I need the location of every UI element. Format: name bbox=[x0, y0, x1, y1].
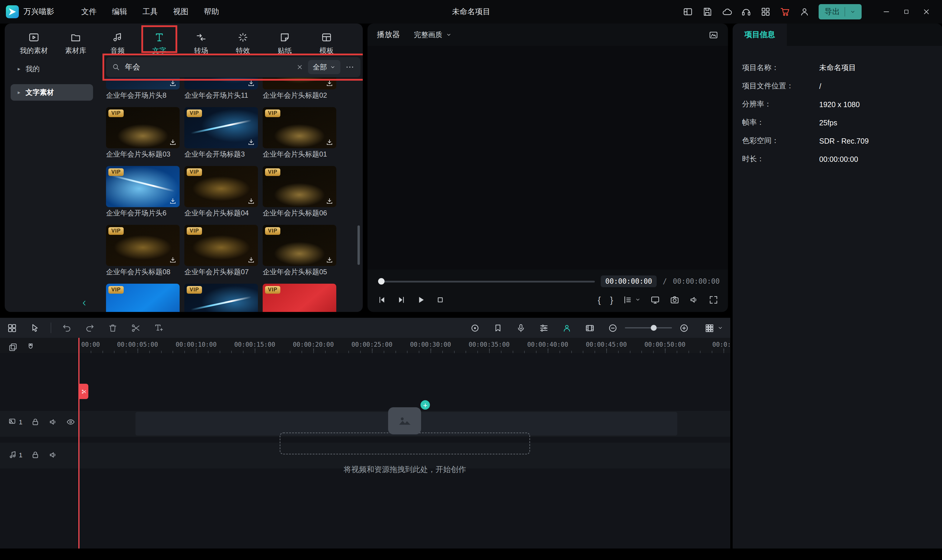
template-card[interactable]: VIP企业年会片头标题04 bbox=[184, 166, 258, 225]
split-scissors-icon[interactable] bbox=[131, 323, 141, 333]
collapse-panel-icon[interactable] bbox=[79, 298, 89, 308]
download-icon[interactable] bbox=[326, 197, 333, 205]
download-icon[interactable] bbox=[326, 80, 333, 87]
download-icon[interactable] bbox=[169, 138, 177, 146]
template-thumbnail[interactable]: VIP bbox=[106, 107, 180, 148]
fullscreen-icon[interactable] bbox=[709, 295, 718, 305]
lock-icon[interactable] bbox=[31, 417, 40, 427]
download-icon[interactable] bbox=[247, 138, 255, 146]
cloud-upload-icon[interactable] bbox=[722, 6, 732, 17]
template-thumbnail[interactable]: VIP bbox=[184, 284, 258, 312]
template-card[interactable]: VIP企业年会片头标题01 bbox=[263, 107, 336, 166]
playhead-scissors-tag[interactable] bbox=[80, 384, 88, 399]
template-thumbnail[interactable]: VIP bbox=[263, 284, 336, 312]
account-icon[interactable] bbox=[799, 6, 810, 17]
template-card[interactable]: VIP bbox=[263, 284, 336, 312]
media-tab-effects[interactable]: 特效 bbox=[222, 27, 264, 61]
stop-icon[interactable] bbox=[435, 295, 445, 305]
voiceover-mic-icon[interactable] bbox=[516, 323, 526, 333]
template-thumbnail[interactable]: VIP bbox=[263, 107, 336, 148]
scopes-icon[interactable] bbox=[709, 30, 718, 40]
template-card[interactable]: VIP企业年会片头标题05 bbox=[263, 225, 336, 284]
apps-grid-icon[interactable] bbox=[760, 6, 771, 17]
download-icon[interactable] bbox=[169, 256, 177, 264]
mute-speaker-icon[interactable] bbox=[48, 417, 58, 427]
quality-dropdown[interactable]: 完整画质 bbox=[414, 30, 452, 40]
mute-speaker-icon[interactable] bbox=[48, 450, 58, 460]
sidebar-item-mine[interactable]: ▸ 我的 bbox=[11, 61, 93, 77]
media-tab-media[interactable]: 我的素材 bbox=[13, 27, 55, 61]
timeline[interactable]: 00:0000:00:05:0000:00:10:0000:00:15:0000… bbox=[0, 338, 730, 549]
select-tool-icon[interactable] bbox=[30, 323, 40, 333]
timeline-zoom-slider[interactable] bbox=[625, 327, 672, 328]
menu-item[interactable]: 视图 bbox=[173, 6, 188, 17]
template-thumbnail[interactable] bbox=[184, 78, 258, 89]
template-card[interactable]: VIP企业年会片头标题06 bbox=[263, 166, 336, 225]
add-media-plus-icon[interactable]: + bbox=[419, 399, 431, 411]
secondary-display-icon[interactable] bbox=[650, 295, 660, 305]
template-card[interactable]: VIP bbox=[184, 284, 258, 312]
render-preview-icon[interactable] bbox=[470, 323, 480, 333]
template-card[interactable]: VIP企业年会片头标题07 bbox=[184, 225, 258, 284]
maximize-button[interactable] bbox=[896, 0, 916, 23]
timeline-view-dropdown[interactable] bbox=[705, 323, 723, 333]
visibility-eye-icon[interactable] bbox=[66, 417, 76, 427]
marker-list-dropdown[interactable] bbox=[623, 295, 641, 305]
menu-item[interactable]: 编辑 bbox=[112, 6, 127, 17]
template-card[interactable]: VIP企业年会开场标题3 bbox=[184, 107, 258, 166]
close-button[interactable] bbox=[916, 0, 936, 23]
template-thumbnail[interactable]: VIP bbox=[106, 166, 180, 207]
track-manager-icon[interactable] bbox=[7, 323, 17, 333]
next-frame-icon[interactable] bbox=[396, 295, 406, 305]
audio-mixer-icon[interactable] bbox=[539, 323, 549, 333]
cart-icon[interactable] bbox=[780, 6, 790, 17]
add-track-icon[interactable] bbox=[8, 343, 18, 352]
download-icon[interactable] bbox=[326, 256, 333, 264]
download-icon[interactable] bbox=[169, 80, 177, 87]
template-thumbnail[interactable]: VIP bbox=[184, 107, 258, 148]
media-tab-template[interactable]: 模板 bbox=[306, 27, 347, 61]
timeline-ruler[interactable]: 00:0000:00:05:0000:00:10:0000:00:15:0000… bbox=[0, 338, 730, 353]
preview-area[interactable] bbox=[367, 46, 728, 269]
filter-dropdown[interactable]: 全部 bbox=[308, 60, 341, 74]
template-thumbnail[interactable] bbox=[106, 78, 180, 89]
seek-handle[interactable] bbox=[378, 278, 385, 285]
template-thumbnail[interactable]: VIP bbox=[263, 166, 336, 207]
scrollbar-thumb[interactable] bbox=[358, 225, 360, 265]
undo-icon[interactable] bbox=[62, 323, 72, 333]
download-icon[interactable] bbox=[247, 197, 255, 205]
add-text-icon[interactable] bbox=[154, 323, 164, 333]
playhead[interactable] bbox=[78, 338, 80, 549]
layout-icon[interactable] bbox=[683, 6, 693, 17]
marker-icon[interactable] bbox=[493, 323, 503, 333]
zoom-in-icon[interactable] bbox=[679, 323, 689, 333]
chevron-down-icon[interactable] bbox=[850, 9, 856, 15]
media-tab-library[interactable]: 素材库 bbox=[55, 27, 97, 61]
download-icon[interactable] bbox=[247, 256, 255, 264]
snap-magnet-icon[interactable] bbox=[26, 343, 35, 352]
media-tab-audio[interactable]: 音频 bbox=[97, 27, 139, 61]
zoom-out-icon[interactable] bbox=[608, 323, 618, 333]
snapshot-icon[interactable] bbox=[670, 295, 680, 305]
media-tab-sticker[interactable]: 贴纸 bbox=[264, 27, 306, 61]
export-button[interactable]: 导出 bbox=[819, 4, 862, 19]
template-card[interactable]: 企业年会开场片头8 bbox=[106, 78, 180, 107]
menu-item[interactable]: 文件 bbox=[81, 6, 97, 17]
download-icon[interactable] bbox=[326, 138, 333, 146]
mark-in-icon[interactable]: { bbox=[598, 295, 601, 304]
template-card[interactable]: 企业年会片头标题02 bbox=[263, 78, 336, 107]
support-headset-icon[interactable] bbox=[741, 6, 751, 17]
template-thumbnail[interactable]: VIP bbox=[184, 166, 258, 207]
template-card[interactable]: 企业年会开场片头11 bbox=[184, 78, 258, 107]
media-drop-zone[interactable] bbox=[280, 432, 530, 454]
redo-icon[interactable] bbox=[85, 323, 95, 333]
more-options-icon[interactable] bbox=[345, 62, 355, 72]
sidebar-item-text-assets[interactable]: ▸ 文字素材 bbox=[11, 84, 93, 101]
menu-item[interactable]: 帮助 bbox=[204, 6, 219, 17]
seek-bar[interactable] bbox=[379, 280, 595, 282]
menu-item[interactable]: 工具 bbox=[142, 6, 158, 17]
smart-cutout-icon[interactable] bbox=[562, 323, 572, 333]
lock-icon[interactable] bbox=[31, 450, 40, 460]
filmstrip-icon[interactable] bbox=[585, 323, 595, 333]
template-thumbnail[interactable] bbox=[263, 78, 336, 89]
